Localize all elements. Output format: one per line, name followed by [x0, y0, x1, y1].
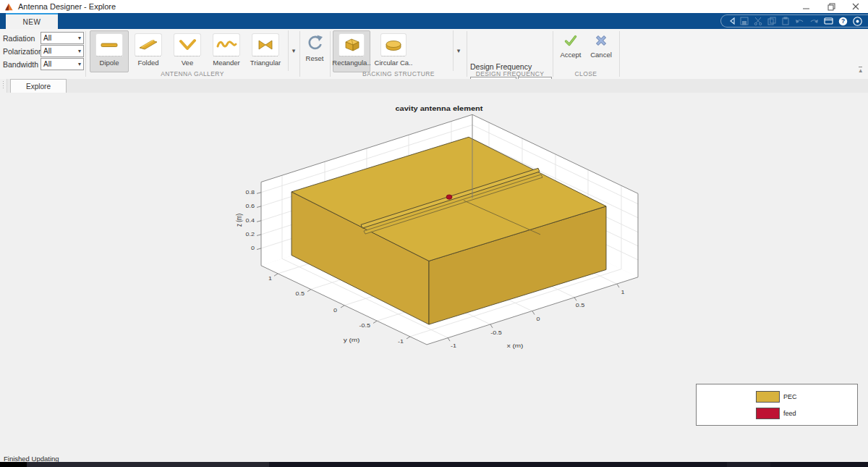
close-button[interactable] [843, 0, 868, 13]
resources-icon[interactable] [853, 17, 862, 26]
dipole-icon [97, 35, 122, 54]
ribbon-tab-band: NEW ? [0, 13, 868, 29]
gallery-item-triangular[interactable]: Triangular [246, 30, 285, 72]
legend-item-feed: feed [756, 408, 796, 419]
svg-text:-0.5: -0.5 [359, 323, 370, 329]
window-title: Antenna Designer - Explore [18, 2, 116, 11]
collapse-ribbon-button[interactable]: ▴ [859, 67, 862, 73]
matlab-logo-icon [4, 2, 14, 12]
panel-drag-handle[interactable] [0, 79, 7, 93]
gallery-item-label: Vee [182, 59, 193, 67]
gallery-dropdown-button[interactable]: ▾ [288, 30, 299, 71]
y-axis-label: y (m) [344, 337, 360, 343]
divider [299, 31, 300, 77]
divider [330, 31, 331, 77]
circular-cavity-icon [381, 35, 406, 54]
svg-text:0.5: 0.5 [576, 303, 585, 308]
copy-icon[interactable] [767, 17, 776, 25]
feed-swatch [756, 408, 780, 419]
help-icon[interactable]: ? [838, 17, 848, 26]
bowtie-icon [253, 35, 278, 54]
z-axis-label: z (m) [235, 214, 243, 227]
svg-text:-1: -1 [451, 343, 457, 349]
gallery-item-dipole[interactable]: Dipole [90, 30, 129, 72]
tab-new-label: NEW [23, 18, 41, 26]
layout-icon[interactable] [824, 17, 833, 25]
redo-icon[interactable] [809, 17, 819, 25]
radiation-value: All [43, 34, 51, 42]
divider [553, 31, 553, 77]
reset-button[interactable]: Reset [301, 33, 328, 71]
gallery-item-meander[interactable]: Meander [207, 30, 246, 72]
backing-item-circular[interactable]: Circular Ca.. [372, 30, 415, 72]
undo-icon[interactable] [795, 17, 804, 25]
design-frequency-section-label: DESIGN FREQUENCY [469, 70, 551, 79]
plot-title: cavity antenna element [396, 105, 484, 112]
svg-text:0.2: 0.2 [246, 232, 255, 237]
svg-text:0.8: 0.8 [246, 190, 255, 195]
svg-text:?: ? [841, 17, 845, 25]
svg-text:0.4: 0.4 [246, 218, 255, 224]
tab-new[interactable]: NEW [6, 13, 58, 29]
bandwidth-value: All [43, 60, 51, 68]
filter-group: Radiation All▾ Polarization All▾ Bandwid… [3, 32, 84, 71]
close-section-label: CLOSE [554, 70, 618, 79]
cut-icon[interactable] [754, 17, 762, 25]
taskbar-segment [727, 462, 770, 467]
chevron-down-icon: ▾ [78, 48, 81, 54]
app-window: Antenna Designer - Explore NEW [0, 0, 868, 467]
radiation-dropdown[interactable]: All▾ [41, 32, 84, 44]
vee-icon [175, 35, 200, 54]
reset-label: Reset [306, 54, 324, 62]
gallery-item-folded[interactable]: Folded [129, 30, 168, 72]
svg-text:0.6: 0.6 [246, 203, 255, 209]
backing-structure-section-label: BACKING STRUCTURE [331, 70, 466, 79]
divider [619, 31, 620, 77]
x-axis-label: x (m) [507, 342, 524, 349]
polarization-label: Polarization [3, 47, 41, 56]
reset-icon [305, 33, 324, 52]
gallery-item-label: Dipole [100, 59, 119, 67]
taskbar-segment [0, 462, 27, 467]
quick-access-toolbar: ? [720, 14, 868, 28]
antenna-gallery-section-label: ANTENNA GALLERY [87, 70, 298, 79]
paste-icon[interactable] [781, 17, 790, 25]
svg-text:1: 1 [268, 276, 273, 282]
gallery-item-vee[interactable]: Vee [168, 30, 207, 72]
polarization-dropdown[interactable]: All▾ [41, 45, 84, 57]
save-icon[interactable] [740, 17, 749, 25]
cancel-label: Cancel [590, 51, 612, 59]
backing-dropdown-button[interactable]: ▾ [453, 30, 464, 71]
svg-text:0: 0 [333, 307, 338, 313]
pec-label: PEC [783, 393, 797, 400]
ribbon: Radiation All▾ Polarization All▾ Bandwid… [0, 29, 868, 80]
rectangular-cavity-icon [339, 35, 364, 54]
accept-button[interactable]: Accept [556, 33, 586, 71]
divider [467, 31, 467, 77]
taskbar-segment [27, 462, 269, 467]
gallery-item-label: Triangular [250, 59, 281, 67]
cancel-button[interactable]: Cancel [586, 33, 616, 71]
pec-swatch [756, 391, 780, 403]
svg-text:0.5: 0.5 [296, 291, 305, 297]
cancel-x-icon [594, 33, 608, 48]
feed-point [446, 195, 452, 199]
bandwidth-dropdown[interactable]: All▾ [41, 58, 84, 70]
chevron-down-icon: ▾ [78, 61, 81, 67]
title-bar: Antenna Designer - Explore [0, 0, 868, 13]
plot-legend[interactable]: PEC feed [696, 384, 858, 426]
svg-text:1: 1 [621, 290, 625, 295]
gallery-item-label: Meander [213, 59, 240, 67]
minimize-button[interactable] [794, 0, 819, 13]
gallery-item-label: Folded [137, 59, 158, 67]
restore-button[interactable] [819, 0, 843, 13]
tab-explore[interactable]: Explore [10, 79, 67, 93]
accept-check-icon [563, 33, 578, 48]
legend-item-pec: PEC [756, 391, 797, 403]
backing-item-label: Rectangula.. [332, 59, 370, 67]
backing-item-rectangular[interactable]: Rectangula.. [333, 30, 370, 72]
collapse-qat-icon[interactable] [730, 17, 735, 25]
divider [85, 31, 86, 77]
status-bar: Finished Updating [0, 455, 868, 462]
accept-label: Accept [560, 51, 581, 59]
